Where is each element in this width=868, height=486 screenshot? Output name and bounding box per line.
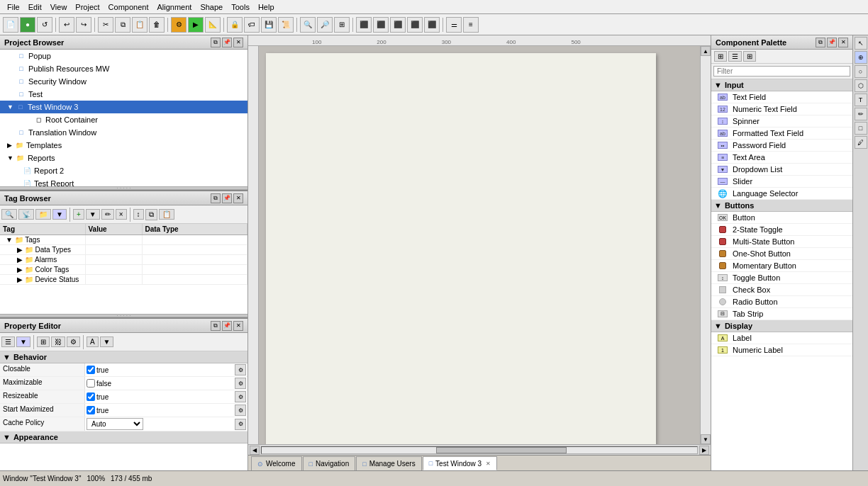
palette-item-dropdownlist[interactable]: ▼ Dropdown List [711, 164, 852, 176]
palette-item-passwordfield[interactable]: •• Password Field [711, 140, 852, 152]
menu-edit[interactable]: Edit [24, 1, 46, 13]
prop-binding-cachepolicy[interactable]: ⚙ [235, 419, 246, 430]
toolbar-gateway[interactable]: ▶ [188, 17, 204, 33]
tab-navigation[interactable]: □ Navigation [303, 456, 356, 470]
palette-view-btn2[interactable]: ☰ [728, 51, 742, 62]
prop-value-maximizable[interactable]: false ⚙ [85, 377, 247, 390]
tag-row-datatypes[interactable]: ▶ 📁 Data Types [0, 245, 247, 255]
toolbar-align-left[interactable]: ⬛ [356, 17, 372, 33]
prop-editor-close[interactable]: ✕ [233, 321, 243, 331]
tag-browser-restore[interactable]: ⧉ [211, 193, 221, 203]
palette-item-oneshotbutton[interactable]: One-Shot Button [711, 248, 852, 260]
toolbar-tag[interactable]: 🏷 [244, 17, 260, 33]
prop-btn-font[interactable]: A [87, 337, 99, 347]
toolbar-align-top[interactable]: ⬛ [407, 17, 423, 33]
toolbar-designer[interactable]: 📐 [205, 17, 221, 33]
prop-value-resizeable[interactable]: true ⚙ [85, 390, 247, 403]
tree-item-popup[interactable]: □ Popup [0, 50, 247, 62]
palette-item-multistatebutton[interactable]: Multi-State Button [711, 236, 852, 248]
tag-row-devicestatus[interactable]: ▶ 📁 Device Status [0, 275, 247, 285]
hscroll-left[interactable]: ◀ [250, 446, 260, 455]
toolbar-db[interactable]: 💾 [261, 17, 277, 33]
palette-item-formattedtextfield[interactable]: ab Formatted Text Field [711, 128, 852, 140]
toolbar-distribute-h[interactable]: ⚌ [446, 17, 462, 33]
tag-btn-delete[interactable]: × [116, 209, 127, 220]
side-btn-hand[interactable]: ⊕ [855, 51, 867, 64]
prop-btn-table[interactable]: ⊞ [37, 337, 50, 347]
toolbar-align-bottom[interactable]: ⬛ [424, 17, 440, 33]
palette-view-btn1[interactable]: ⊞ [714, 51, 727, 62]
prop-btn-dropdown[interactable]: ▼ [100, 337, 114, 347]
menu-file[interactable]: File [3, 1, 24, 13]
toolbar-connect[interactable]: ⚙ [171, 17, 187, 33]
prop-checkbox-closable[interactable] [87, 366, 95, 374]
tag-row-alarms[interactable]: ▶ 📁 Alarms [0, 255, 247, 265]
palette-section-input[interactable]: ▼ Input [711, 79, 852, 91]
palette-section-display[interactable]: ▼ Display [711, 320, 852, 332]
prop-binding-closable[interactable]: ⚙ [235, 364, 246, 375]
palette-view-btn3[interactable]: ⊞ [743, 51, 756, 62]
vscroll-up[interactable]: ▲ [701, 46, 711, 56]
prop-editor-pin[interactable]: 📌 [222, 321, 232, 331]
tree-item-testwindow3[interactable]: ▼ □ Test Window 3 [0, 101, 247, 113]
palette-item-textfield[interactable]: ab Text Field [711, 91, 852, 103]
prop-checkbox-startmax[interactable] [87, 406, 95, 414]
palette-item-button[interactable]: OK Button [711, 212, 852, 224]
palette-close[interactable]: ✕ [838, 38, 848, 47]
project-browser-resize[interactable]: · · · · · [0, 186, 247, 190]
side-btn-draw[interactable]: ✏ [855, 108, 867, 120]
toolbar-undo[interactable]: ↩ [59, 17, 74, 33]
toolbar-cut[interactable]: ✂ [98, 17, 113, 33]
prop-checkbox-maximizable[interactable] [87, 379, 95, 388]
hscroll-thumb[interactable] [436, 447, 567, 453]
prop-section-appearance[interactable]: ▼ Appearance [0, 431, 247, 443]
canvas-page[interactable] [266, 53, 656, 444]
toolbar-distribute-v[interactable]: ≡ [463, 17, 479, 33]
hscroll-right[interactable]: ▶ [699, 446, 709, 455]
menu-component[interactable]: Component [104, 1, 153, 13]
toolbar-delete[interactable]: 🗑 [149, 17, 165, 33]
project-browser-close[interactable]: ✕ [233, 38, 243, 47]
tag-row-colortags[interactable]: ▶ 📁 Color Tags [0, 265, 247, 275]
palette-item-label[interactable]: A Label [711, 332, 852, 344]
prop-value-cachepolicy[interactable]: Auto Always Never ⚙ [85, 417, 247, 431]
palette-item-tabstrip[interactable]: ⊟ Tab Strip [711, 308, 852, 320]
prop-binding-resizeable[interactable]: ⚙ [235, 391, 246, 402]
prop-btn-binding[interactable]: ⛓ [51, 337, 65, 347]
toolbar-copy[interactable]: ⧉ [115, 17, 130, 33]
tag-browser-pin[interactable]: 📌 [222, 193, 232, 203]
palette-item-togglebutton[interactable]: ↕ Toggle Button [711, 272, 852, 284]
prop-btn-custom[interactable]: ⚙ [67, 337, 80, 347]
menu-tools[interactable]: Tools [227, 1, 254, 13]
prop-btn-list[interactable]: ☰ [1, 337, 15, 347]
palette-item-numerictextfield[interactable]: 12 Numeric Text Field [711, 103, 852, 115]
menu-shape[interactable]: Shape [196, 1, 227, 13]
tree-item-reports[interactable]: ▼ 📁 Reports [0, 152, 247, 164]
tag-btn-opc[interactable]: 📡 [18, 209, 34, 220]
toolbar-zoom-out[interactable]: 🔍 [300, 17, 316, 33]
toolbar-align-right[interactable]: ⬛ [390, 17, 406, 33]
palette-item-slider[interactable]: — Slider [711, 176, 852, 188]
tag-btn-move[interactable]: ↕ [133, 209, 144, 220]
tree-item-templates[interactable]: ▶ 📁 Templates [0, 139, 247, 152]
side-btn-zoom[interactable]: ○ [855, 65, 867, 78]
palette-item-numericlabel[interactable]: 1 Numeric Label [711, 344, 852, 356]
prop-section-behavior[interactable]: ▼ Behavior [0, 351, 247, 363]
toolbar-new[interactable]: 📄 [3, 17, 18, 33]
project-browser-pin[interactable]: 📌 [222, 38, 232, 47]
canvas-inner[interactable] [259, 46, 700, 444]
toolbar-zoom-in[interactable]: 🔎 [317, 17, 333, 33]
tag-btn-edit[interactable]: ✏ [101, 209, 114, 220]
tree-item-security[interactable]: □ Security Window [0, 75, 247, 88]
tab-manageusers[interactable]: □ Manage Users [356, 456, 421, 470]
menu-alignment[interactable]: Alignment [152, 1, 196, 13]
prop-value-startmax[interactable]: true ⚙ [85, 404, 247, 417]
menu-help[interactable]: Help [254, 1, 279, 13]
toolbar-save[interactable]: ↺ [37, 17, 52, 33]
palette-item-momentarybutton[interactable]: Momentary Button [711, 260, 852, 272]
palette-filter-input[interactable] [713, 66, 850, 77]
menu-project[interactable]: Project [71, 1, 104, 13]
tag-btn-search[interactable]: 🔍 [1, 209, 17, 220]
scrollbar-horizontal[interactable]: ◀ ▶ [248, 444, 711, 455]
hscroll-track[interactable] [261, 446, 698, 454]
